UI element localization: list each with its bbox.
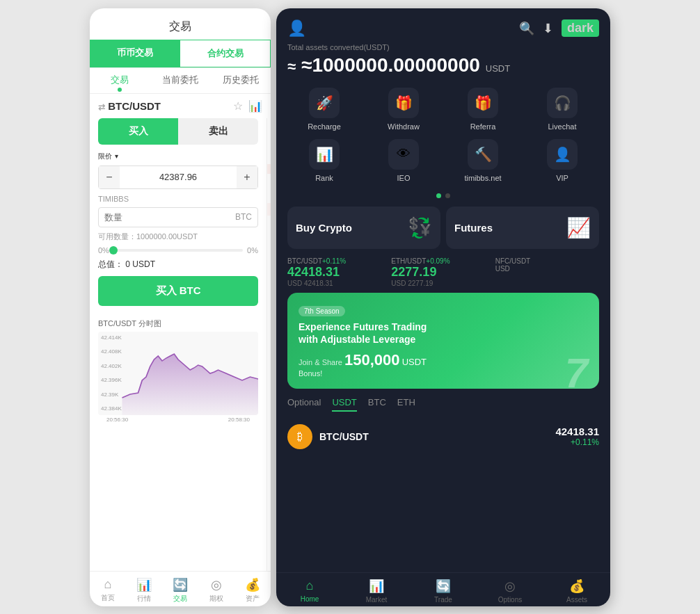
ticker-nfc-pair: NFC/USDT — [495, 257, 599, 265]
ticker-eth-pair: ETH/USDT+0.09% — [391, 257, 495, 265]
slider-track[interactable] — [113, 249, 243, 252]
ob-ask-row: 42422.000.24 — [267, 145, 271, 154]
slider-thumb[interactable] — [109, 246, 118, 255]
price-increment[interactable]: + — [237, 166, 257, 188]
qa-timibbs[interactable]: 🔨 timibbs.net — [446, 139, 520, 182]
dark-mode-badge[interactable]: dark — [562, 19, 599, 37]
qa-vip[interactable]: 👤 VIP — [525, 139, 599, 182]
market-icon: 📊 — [136, 577, 152, 592]
futures-label: Futures — [454, 222, 493, 234]
right-nav-home[interactable]: ⌂ Home — [276, 579, 343, 604]
options-icon: ◎ — [211, 577, 222, 592]
ticker-btc: BTC/USDT+0.11% 42418.31 USD 42418.31 — [287, 257, 391, 287]
right-trade-icon: 🔄 — [436, 579, 451, 594]
qa-timibbs-label: timibbs.net — [464, 174, 501, 182]
chart-section: BTC/USDT 分时图 42.414K 42.408K 42.402K 42.… — [90, 314, 267, 428]
qa-rank[interactable]: 📊 Rank — [287, 139, 361, 182]
right-nav-assets[interactable]: 💰 Assets — [543, 579, 610, 604]
qa-livechat-label: Livechat — [548, 122, 577, 131]
subtab-history[interactable]: 历史委托 — [210, 74, 271, 90]
assets-approx: ≈ — [287, 58, 296, 76]
sell-button[interactable]: 卖出 — [178, 118, 258, 145]
qa-rank-label: Rank — [315, 174, 333, 182]
search-icon[interactable]: 🔍 — [519, 21, 534, 36]
right-top-bar: 👤 🔍 ⬇ dark — [276, 8, 610, 43]
qty-input[interactable] — [104, 212, 235, 223]
right-bottom-nav: ⌂ Home 📊 Market 🔄 Trade ◎ Options 💰 Asse… — [276, 572, 610, 606]
tab-spot[interactable]: 币币交易 — [90, 40, 180, 67]
market-filter-tabs: Optional USDT BTC ETH — [276, 397, 610, 417]
buy-crypto-card[interactable]: Buy Crypto 💱 — [287, 207, 440, 249]
right-options-icon: ◎ — [504, 579, 516, 594]
quick-actions-2: 📊 Rank 👁 IEO 🔨 timibbs.net 👤 VIP — [276, 139, 610, 191]
subtab-trade[interactable]: 交易 — [90, 74, 150, 90]
nav-home[interactable]: ⌂ 首页 — [90, 577, 126, 604]
filter-eth[interactable]: ETH — [397, 397, 415, 412]
qa-recharge[interactable]: 🚀 Recharge — [287, 88, 361, 131]
market-row-btc[interactable]: ₿ BTC/USDT 42418.31 +0.11% — [287, 417, 599, 456]
nav-assets[interactable]: 💰 资产 — [234, 577, 271, 604]
futures-card[interactable]: Futures 📈 — [446, 207, 599, 249]
nav-trade[interactable]: 🔄 交易 — [162, 577, 198, 604]
nav-market[interactable]: 📊 行情 — [126, 577, 162, 604]
market-list: ₿ BTC/USDT 42418.31 +0.11% — [276, 417, 610, 456]
market-pair-btc: BTC/USDT — [319, 431, 548, 442]
download-icon[interactable]: ⬇ — [543, 21, 553, 36]
submit-buy-button[interactable]: 买入 BTC — [98, 276, 258, 306]
ticker-nfc: NFC/USDT USD — [495, 257, 599, 287]
ticker-eth-price: 2277.19 — [391, 265, 495, 280]
futures-icon: 📈 — [566, 216, 591, 239]
tab-futures[interactable]: 合约交易 — [180, 40, 271, 67]
ob-ask-row: 42427.000.12 — [267, 154, 271, 164]
promo-season: 7th Season — [299, 306, 345, 316]
pct-slider-row: 0% 0% — [90, 243, 267, 257]
buy-button[interactable]: 买入 — [98, 118, 178, 145]
qa-recharge-label: Recharge — [308, 122, 341, 131]
ob-bid-row: 42411.000.89 — [267, 243, 271, 253]
right-home-icon: ⌂ — [306, 579, 314, 593]
sub-tab-bar: 交易 当前委托 历史委托 — [90, 68, 271, 94]
filter-btc[interactable]: BTC — [368, 397, 386, 412]
qa-referra[interactable]: 🎁 Referra — [446, 88, 520, 131]
price-decrement[interactable]: − — [99, 166, 120, 188]
page-title: 交易 — [90, 8, 271, 40]
dot-1 — [436, 193, 441, 198]
promo-banner[interactable]: 7th Season Experience Futures Trading wi… — [287, 293, 599, 389]
filter-optional[interactable]: Optional — [287, 397, 321, 412]
assets-number: ≈1000000.00000000 — [301, 54, 480, 76]
qa-ieo-label: IEO — [397, 174, 411, 182]
right-nav-trade[interactable]: 🔄 Trade — [410, 579, 477, 604]
chart-icon[interactable]: 📊 — [248, 99, 262, 113]
total-row: 总值： 0 USDT — [90, 257, 267, 276]
filter-usdt[interactable]: USDT — [332, 397, 356, 412]
withdraw-icon-box: 🎁 — [388, 88, 419, 118]
right-nav-market[interactable]: 📊 Market — [343, 579, 410, 604]
pct-right: 0% — [247, 246, 258, 255]
right-phone: 👤 🔍 ⬇ dark Total assets converted(USDT) … — [276, 8, 610, 606]
nav-options[interactable]: ◎ 期权 — [198, 577, 234, 604]
qa-withdraw[interactable]: 🎁 Withdraw — [367, 88, 440, 131]
ticker-nfc-sub: USD — [495, 265, 599, 273]
pair-actions: ☆ 📊 — [233, 99, 262, 113]
subtab-current[interactable]: 当前委托 — [150, 74, 211, 90]
promo-amount-val: 150,000 — [344, 351, 400, 369]
ob-header: 价格 数量 — [267, 121, 271, 135]
ob-ask-row: 42432.001.63 — [267, 184, 271, 193]
star-icon[interactable]: ☆ — [233, 99, 243, 113]
buy-crypto-label: Buy Crypto — [296, 222, 352, 234]
trade-icon: 🔄 — [173, 577, 188, 592]
market-tickers: BTC/USDT+0.11% 42418.31 USD 42418.31 ETH… — [287, 257, 599, 287]
right-nav-options[interactable]: ◎ Options — [477, 579, 543, 604]
qa-ieo[interactable]: 👁 IEO — [367, 139, 440, 182]
chart-svg — [98, 332, 258, 415]
qa-livechat[interactable]: 🎧 Livechat — [525, 88, 599, 131]
ob-mid-price: 42387.96 — [267, 203, 271, 216]
user-icon[interactable]: 👤 — [287, 19, 306, 38]
price-input[interactable] — [120, 172, 237, 182]
ob-bid-row: 42408.000.14 — [267, 273, 271, 282]
chart-time-labels: 20:56:30 20:58:30 — [98, 415, 258, 424]
dropdown-icon[interactable]: ▾ — [115, 152, 118, 160]
assets-value-row: ≈ ≈1000000.00000000 USDT — [276, 51, 610, 88]
order-type-row: 限价 ▾ — [90, 150, 267, 165]
orderbook: 价格 数量 42419.000.34 42422.000.24 42427.00… — [267, 118, 271, 571]
